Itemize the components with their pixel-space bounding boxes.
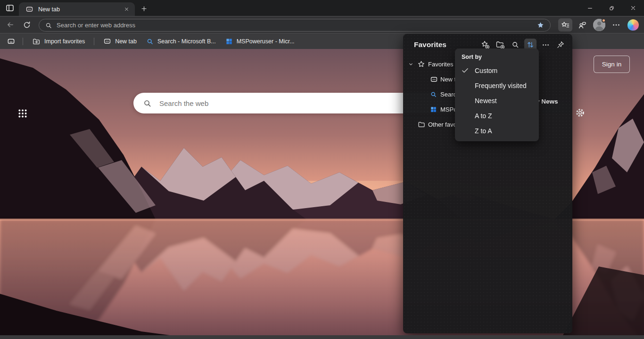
import-folder-icon [32,37,41,46]
star-outline-icon [417,60,425,68]
notification-dot [602,18,606,23]
check-icon [461,66,469,74]
ellipsis-icon [612,21,620,29]
more-options-button[interactable] [539,39,552,51]
search-icon [143,99,152,108]
menu-item-frequently-visited[interactable]: Frequently visited [455,78,539,93]
back-arrow-icon [6,20,15,29]
menu-item-label: A to Z [475,112,492,120]
divider [94,38,94,45]
copilot-button[interactable] [626,18,640,32]
tab-actions-icon [5,3,15,13]
avatar [593,19,605,31]
favorites-bar-page-button[interactable] [4,35,18,48]
tab-new-tab[interactable]: New tab [19,2,135,16]
menu-item-label: Frequently visited [475,82,527,89]
chevron-down-icon [408,62,413,67]
feedback-button[interactable] [575,18,589,32]
grid-dots-icon [17,108,28,119]
bing-search-icon [146,38,154,45]
menu-item-newest[interactable]: Newest [455,93,539,108]
page-settings-button[interactable] [572,105,587,120]
refresh-icon [23,21,31,29]
back-button[interactable] [3,18,17,32]
import-favorites-button[interactable]: Import favorites [27,35,90,48]
tab-actions-button[interactable] [4,3,16,13]
favorites-hub-button[interactable] [558,18,572,32]
app-launcher-button[interactable] [16,107,29,120]
star-icon [537,21,545,29]
sign-in-button[interactable]: Sign in [594,56,630,73]
menu-item-z-to-a[interactable]: Z to A [455,123,539,138]
new-tab-button[interactable] [138,3,150,14]
tab-close-button[interactable] [122,5,131,14]
plus-icon [140,5,148,12]
bookmark-label: MSPoweruser - Micr... [237,38,295,45]
sort-menu-header: Sort by [455,52,539,63]
menu-item-label: Newest [475,97,497,105]
add-favorite-star-button[interactable] [536,20,545,30]
pin-icon [556,40,565,49]
bookmark-new-tab[interactable]: New tab [99,35,141,47]
settings-more-button[interactable] [609,18,623,32]
gear-icon [575,108,585,118]
bookmark-mspoweruser[interactable]: MSPoweruser - Micr... [221,36,299,47]
ms-squares-icon [430,106,437,113]
new-tab-icon [430,75,438,83]
new-tab-icon [103,37,111,45]
folder-add-icon [495,40,505,49]
tab-strip: New tab [0,0,644,16]
sort-menu: Sort by Custom Frequently visited Newest… [455,48,539,141]
menu-item-custom[interactable]: Custom [455,63,539,78]
tab-title: New tab [38,6,122,13]
search-icon [511,40,520,49]
close-icon [630,5,636,11]
collapsed-tab-icon [7,37,16,46]
search-icon [45,22,52,29]
navigation-bar [0,16,644,33]
bing-search-icon [430,91,437,98]
background-peek-text: y News [536,98,558,105]
panel-title: Favorites [414,40,476,49]
window-bottom-edge [0,335,644,339]
address-bar[interactable] [39,19,551,32]
profile-button[interactable] [592,18,606,32]
minimize-button[interactable] [579,0,601,16]
restore-icon [609,5,615,11]
restore-button[interactable] [601,0,622,16]
close-window-button[interactable] [622,0,644,16]
bookmark-bing-search[interactable]: Search - Microsoft B... [141,36,221,47]
browser-window: New tab [0,0,644,339]
bookmark-label: Search - Microsoft B... [157,38,216,45]
window-controls [579,0,644,16]
new-tab-favicon-icon [25,5,33,13]
favorites-list-icon [561,21,570,30]
toolbar-right-buttons [558,18,640,32]
ms-squares-icon [225,38,233,45]
import-favorites-label: Import favorites [44,38,85,45]
address-input[interactable] [57,22,536,29]
sort-arrows-icon [526,40,535,49]
menu-item-label: Z to A [475,127,492,135]
menu-item-a-to-z[interactable]: A to Z [455,108,539,123]
person-chat-icon [578,21,587,30]
menu-item-label: Custom [475,67,497,74]
star-add-icon [480,40,490,49]
bookmark-label: New tab [115,38,137,45]
minimize-icon [587,5,593,11]
copilot-icon [627,19,639,31]
ellipsis-icon [542,41,550,49]
divider [23,38,23,45]
folder-icon [418,121,426,129]
pin-panel-button[interactable] [554,39,567,51]
refresh-button[interactable] [20,18,34,32]
close-icon [124,7,129,12]
